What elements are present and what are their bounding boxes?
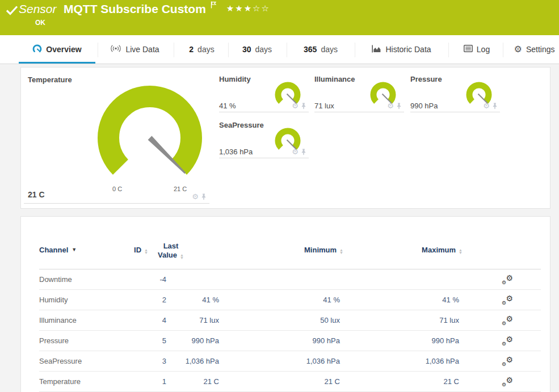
tab-30-days-number: 30	[242, 45, 251, 54]
sort-icon: ▲▼	[180, 254, 184, 259]
pressure-gauge-block: Pressure 990 hPa ⚙	[410, 71, 500, 112]
illuminance-gauge-block: Illuminance 71 lux ⚙	[314, 71, 404, 112]
table-row-humidity: Humidity 2 41 % 41 % 41 % ⚙⚙	[39, 290, 541, 310]
channel-settings-gears-icon[interactable]: ⚙⚙	[502, 295, 513, 305]
table-row-seapressure: SeaPressure 3 1,036 hPa 1,036 hPa 1,036 …	[39, 351, 541, 372]
priority-stars[interactable]: ★★★☆☆	[226, 3, 270, 13]
channel-maximum-cell: 41 %	[379, 290, 459, 310]
channel-minimum-cell: 1,036 hPa	[259, 351, 340, 372]
gauge-scale-max: 21 C	[174, 186, 187, 192]
gauge-actions: ⚙	[292, 103, 306, 109]
live-data-broadcast-icon	[110, 44, 121, 54]
column-header-maximum-label: Maximum	[422, 246, 456, 254]
gauge-actions: ⚙	[192, 193, 207, 200]
stars-empty[interactable]: ☆☆	[253, 3, 270, 13]
seapressure-gauge-block: SeaPressure 1,036 hPa ⚙	[219, 117, 309, 158]
tab-365-days[interactable]: 365 days	[295, 35, 346, 64]
channel-last-value-cell	[157, 269, 219, 290]
table-row-illuminance: Illuminance 4 71 lux 50 lux 71 lux ⚙⚙	[39, 310, 541, 331]
channel-minimum-cell: 41 %	[259, 290, 340, 310]
tab-2-days-unit: days	[197, 45, 215, 54]
column-header-last-label: Last	[139, 242, 203, 251]
gauge-pin-icon[interactable]	[201, 193, 207, 200]
column-header-maximum[interactable]: Maximum▲▼	[379, 246, 463, 254]
settings-gear-icon: ⚙	[514, 45, 522, 53]
channel-last-value-cell: 1,036 hPa	[157, 351, 219, 372]
channel-last-value-cell: 71 lux	[157, 310, 219, 331]
humidity-gauge-block: Humidity 41 % ⚙	[219, 71, 309, 112]
tab-divider	[174, 43, 174, 57]
tab-historic-data[interactable]: Historic Data	[363, 35, 440, 64]
gauge-settings-gear-icon[interactable]: ⚙	[292, 149, 299, 155]
tab-30-days[interactable]: 30 days	[234, 35, 280, 64]
channel-maximum-cell: 71 lux	[379, 310, 459, 331]
gauge-settings-gear-icon[interactable]: ⚙	[192, 193, 199, 200]
gauge-actions: ⚙	[387, 103, 402, 109]
column-header-minimum-label: Minimum	[304, 246, 337, 254]
tab-overview[interactable]: Overview	[19, 35, 95, 64]
channel-name-cell: Pressure	[39, 331, 69, 351]
tab-divider	[228, 43, 229, 57]
channel-settings-gears-icon[interactable]: ⚙⚙	[502, 315, 513, 326]
channels-table-panel: Channel▼ ID▲▼ Last Value▲▼ Minimum▲▼ Max…	[20, 216, 550, 392]
channel-name-cell: Humidity	[39, 290, 68, 310]
pressure-gauge-title: Pressure	[410, 75, 442, 83]
gauge-actions: ⚙	[483, 103, 498, 109]
tab-divider	[98, 43, 98, 57]
tab-live-data[interactable]: Live Data	[102, 35, 167, 64]
gauges-panel: Temperature 0 C 21 C 21 C ⚙ Humidity 41 …	[20, 67, 550, 209]
gauge-pin-icon[interactable]	[301, 103, 306, 109]
channel-settings-gears-icon[interactable]: ⚙⚙	[502, 356, 513, 366]
log-list-icon	[464, 45, 473, 54]
tab-live-data-label: Live Data	[125, 45, 159, 54]
column-header-channel-label: Channel	[39, 246, 68, 254]
stars-filled[interactable]: ★★★	[226, 3, 253, 13]
channel-last-value-cell: 21 C	[157, 372, 219, 392]
channel-minimum-cell: 50 lux	[259, 310, 340, 331]
prtg-sensor-page: Sensor MQTT Subscribe Custom ★★★☆☆ OK Ov…	[0, 0, 559, 392]
tab-divider	[448, 43, 449, 57]
tab-365-days-unit: days	[321, 45, 338, 54]
table-row-pressure: Pressure 5 990 hPa 990 hPa 990 hPa ⚙⚙	[39, 331, 541, 351]
seapressure-gauge-value: 1,036 hPa	[219, 147, 253, 156]
gauge-pin-icon[interactable]	[301, 149, 306, 155]
channel-settings-gears-icon[interactable]: ⚙⚙	[502, 336, 513, 346]
tab-log-label: Log	[477, 45, 490, 54]
tab-bar: Overview Live Data 2 days 30 days 365 da…	[0, 35, 559, 64]
sensor-name: MQTT Subscribe Custom	[64, 2, 206, 15]
channel-minimum-cell: 21 C	[259, 372, 340, 392]
column-header-value-label: Value	[158, 251, 177, 259]
gauge-actions: ⚙	[292, 149, 306, 155]
priority-flag-icon[interactable]	[211, 1, 217, 11]
gauge-scale-min: 0 C	[112, 186, 122, 192]
column-header-minimum[interactable]: Minimum▲▼	[259, 246, 343, 254]
active-tab-underline	[19, 62, 95, 64]
channel-rows: Downtime -4 ⚙⚙ Humidity 2 41 % 41 % 41 %…	[39, 269, 541, 392]
tab-settings[interactable]: ⚙ Settings	[510, 35, 559, 64]
channel-name-cell: Illuminance	[39, 310, 77, 331]
column-header-last-value[interactable]: Last Value▲▼	[139, 242, 203, 260]
humidity-gauge-value: 41 %	[219, 102, 236, 110]
tab-2-days[interactable]: 2 days	[180, 35, 223, 64]
channel-maximum-cell	[379, 269, 459, 290]
illuminance-gauge-title: Illuminance	[314, 75, 355, 83]
tab-365-days-number: 365	[304, 45, 317, 54]
channel-settings-gears-icon[interactable]: ⚙⚙	[502, 377, 513, 387]
channel-maximum-cell: 1,036 hPa	[379, 351, 459, 372]
tab-divider	[287, 43, 287, 57]
illuminance-gauge-value: 71 lux	[314, 102, 334, 110]
channel-name-cell: Downtime	[39, 269, 72, 290]
column-header-channel[interactable]: Channel▼	[39, 246, 77, 254]
gauge-pin-icon[interactable]	[492, 103, 498, 109]
channel-maximum-cell: 21 C	[379, 372, 459, 392]
gauge-pin-icon[interactable]	[396, 103, 402, 109]
temperature-gauge-value: 21 C	[28, 190, 45, 199]
gauge-settings-gear-icon[interactable]: ⚙	[483, 103, 490, 109]
sensor-status-banner: Sensor MQTT Subscribe Custom ★★★☆☆ OK	[0, 0, 559, 35]
channel-minimum-cell: 990 hPa	[259, 331, 340, 351]
gauge-settings-gear-icon[interactable]: ⚙	[387, 103, 394, 109]
sort-icon: ▲▼	[459, 248, 463, 254]
tab-log[interactable]: Log	[457, 35, 497, 64]
gauge-settings-gear-icon[interactable]: ⚙	[292, 103, 299, 109]
channel-settings-gears-icon[interactable]: ⚙⚙	[502, 275, 513, 285]
